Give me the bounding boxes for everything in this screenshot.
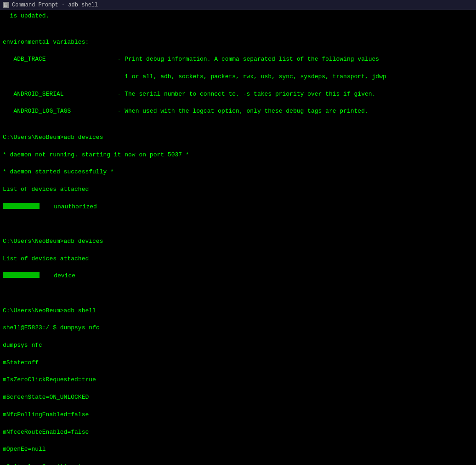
- title-bar-label: Command Prompt - adb shell: [12, 2, 98, 8]
- line: dumpsys nfc: [3, 341, 473, 350]
- line: mOpenEe=null: [3, 445, 473, 454]
- line-device-unauthorized: unauthorized: [3, 203, 473, 212]
- title-bar: 🖥 Command Prompt - adb shell: [0, 0, 476, 10]
- line: ANDROID_LOG_TAGS - When used with the lo…: [3, 107, 473, 116]
- line: mIsZeroClickRequested=true: [3, 376, 473, 385]
- line: ADB_TRACE - Print debug information. A c…: [3, 55, 473, 64]
- line: mNfceeRouteEnabled=false: [3, 428, 473, 437]
- line: mScreenState=ON_UNLOCKED: [3, 393, 473, 402]
- line: * daemon started successfully *: [3, 168, 473, 177]
- line: mIsAirplaneSensitive=true: [3, 463, 473, 465]
- line-device-authorized: device: [3, 272, 473, 281]
- line: C:\Users\NeoBeum>adb devices: [3, 237, 473, 246]
- line: ANDROID_SERIAL - The serial number to co…: [3, 90, 473, 99]
- line: mState=off: [3, 359, 473, 367]
- line: C:\Users\NeoBeum>adb shell: [3, 307, 473, 316]
- terminal-window[interactable]: is updated. environmental variables: ADB…: [0, 10, 476, 465]
- cmd-icon: 🖥: [3, 2, 9, 8]
- redacted-device-id-1: [3, 203, 40, 209]
- line: shell@E5823:/ $ dumpsys nfc: [3, 324, 473, 333]
- line: environmental variables:: [3, 38, 473, 47]
- redacted-device-id-2: [3, 272, 40, 278]
- line: is updated.: [3, 12, 473, 21]
- line: * daemon not running. starting it now on…: [3, 151, 473, 160]
- line: mNfcPollingEnabled=false: [3, 411, 473, 419]
- line: List of devices attached: [3, 185, 473, 194]
- line: C:\Users\NeoBeum>adb devices: [3, 133, 473, 142]
- line: List of devices attached: [3, 255, 473, 264]
- line: 1 or all, adb, sockets, packets, rwx, us…: [3, 73, 473, 81]
